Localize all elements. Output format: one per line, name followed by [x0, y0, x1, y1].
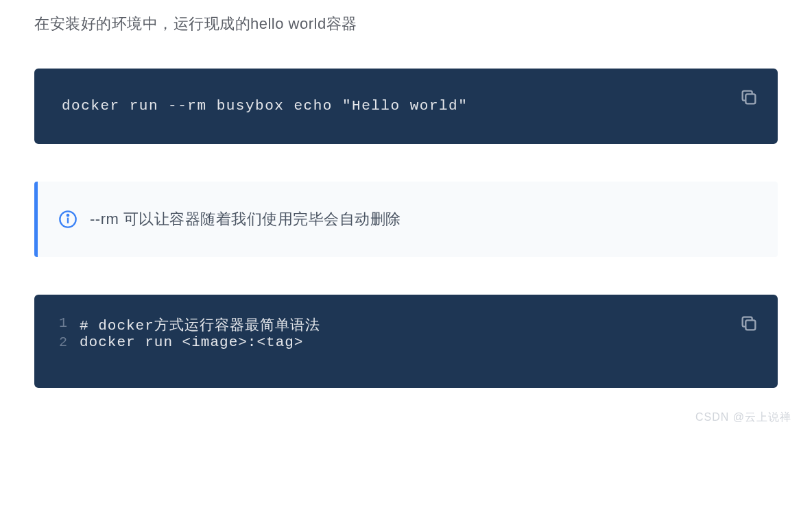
info-callout: --rm 可以让容器随着我们使用完毕会自动删除: [34, 182, 778, 257]
code-line: 2 docker run <image>:<tag>: [59, 334, 753, 350]
line-number: 2: [59, 334, 80, 350]
copy-icon: [739, 88, 759, 107]
svg-rect-0: [745, 94, 755, 103]
copy-button[interactable]: [739, 314, 759, 333]
svg-rect-4: [745, 320, 755, 330]
code-line-content: # docker方式运行容器最简单语法: [80, 315, 320, 334]
code-content: docker run --rm busybox echo "Hello worl…: [62, 95, 750, 118]
line-number: 1: [59, 315, 80, 331]
code-block-2: 1 # docker方式运行容器最简单语法 2 docker run <imag…: [34, 295, 778, 388]
copy-icon: [739, 314, 759, 333]
code-line-content: docker run <image>:<tag>: [80, 334, 303, 350]
intro-paragraph: 在安装好的环境中，运行现成的hello world容器: [34, 14, 778, 34]
info-icon: [58, 210, 77, 229]
code-block-1: docker run --rm busybox echo "Hello worl…: [34, 69, 778, 144]
watermark: CSDN @云上说禅: [695, 410, 791, 425]
copy-button[interactable]: [739, 88, 759, 107]
code-line: 1 # docker方式运行容器最简单语法: [59, 315, 753, 334]
svg-point-3: [67, 214, 69, 216]
info-text: --rm 可以让容器随着我们使用完毕会自动删除: [90, 209, 401, 230]
